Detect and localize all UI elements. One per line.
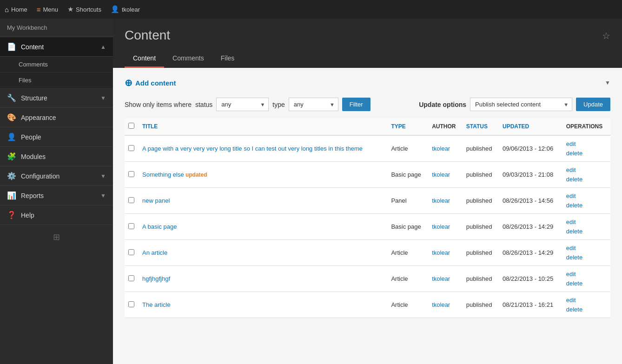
sidebar-item-appearance[interactable]: 🎨 Appearance [0,108,113,127]
row-delete-link[interactable]: delete [566,306,607,313]
row-author-link[interactable]: tkolear [432,171,450,178]
select-all-checkbox[interactable] [128,123,134,129]
row-delete-link[interactable]: delete [566,280,607,287]
row-delete-link[interactable]: delete [566,228,607,235]
row-edit-link[interactable]: edit [566,140,607,147]
add-content-button[interactable]: ⊕ Add content [125,77,176,88]
status-select-wrapper: any published unpublished ▼ [216,98,269,111]
sidebar-item-help[interactable]: ❓ Help [0,205,113,225]
row-title-cell: new panel [139,188,387,214]
sidebar-sub-comments[interactable]: Comments [0,57,113,73]
sidebar-help-label: Help [21,212,34,219]
type-select[interactable]: any Article Basic page Panel [289,98,338,111]
people-icon: 👤 [7,132,16,141]
row-edit-link[interactable]: edit [566,297,607,304]
sidebar-item-configuration[interactable]: ⚙️ Configuration ▼ [0,166,113,186]
home-icon: ⌂ [5,6,9,13]
row-author-link[interactable]: tkolear [432,145,450,152]
row-edit-link[interactable]: edit [566,192,607,199]
row-author-link[interactable]: tkolear [432,249,450,256]
header-left: Content Content Comments Files [125,28,243,68]
row-checkbox[interactable] [128,301,134,307]
row-title-link[interactable]: A page with a very very very long title … [142,145,363,152]
row-title-link[interactable]: new panel [142,197,170,204]
tab-content[interactable]: Content [125,50,164,68]
row-checkbox-cell [125,162,139,188]
table-head: TITLE TYPE AUTHOR STATUS UPDATED OPERATI… [125,118,610,135]
row-delete-link[interactable]: delete [566,202,607,209]
row-operations-cell: editdelete [562,240,610,266]
filter-status-label: status [195,101,212,108]
row-checkbox-cell [125,266,139,292]
shortcuts-label: Shortcuts [76,6,101,13]
menu-nav-item[interactable]: ≡ Menu [37,6,58,13]
tools-icon[interactable]: ⊞ [53,232,60,242]
row-title-link[interactable]: A basic page [142,223,177,230]
row-edit-link[interactable]: edit [566,245,607,251]
sidebar-modules-label: Modules [21,153,46,160]
modules-icon: 🧩 [7,152,16,161]
update-select[interactable]: Publish selected content Unpublish selec… [470,98,572,111]
sidebar-item-people[interactable]: 👤 People [0,127,113,147]
row-operations-cell: editdelete [562,162,610,188]
sidebar-item-reports[interactable]: 📊 Reports ▼ [0,186,113,205]
add-content-dropdown-arrow[interactable]: ▼ [605,79,610,86]
sidebar-workbench[interactable]: My Workbench [0,19,113,37]
add-content-bar: ⊕ Add content ▼ [125,77,610,88]
row-delete-link[interactable]: delete [566,176,607,183]
main-layout: My Workbench 📄 Content ▲ Comments Files … [0,19,622,364]
user-nav-item[interactable]: 👤 tkolear [111,5,140,13]
row-type-cell: Article [387,135,428,162]
row-operations-cell: editdelete [562,266,610,292]
table-row: new panelPaneltkolearpublished08/26/2013… [125,188,610,214]
row-updated-cell: 09/03/2013 - 21:08 [499,162,562,188]
structure-chevron-icon: ▼ [100,95,106,101]
row-checkbox[interactable] [128,249,134,255]
filter-show-label: Show only items where [125,101,192,108]
row-title-link[interactable]: The article [142,301,171,308]
update-select-wrapper: Publish selected content Unpublish selec… [470,98,572,111]
row-title-link[interactable]: hgfjhgfjhgf [142,275,170,282]
row-delete-link[interactable]: delete [566,150,607,157]
sidebar-item-modules[interactable]: 🧩 Modules [0,147,113,166]
row-title-link[interactable]: Something else [142,171,184,178]
row-author-link[interactable]: tkolear [432,275,450,282]
row-edit-link[interactable]: edit [566,218,607,225]
row-checkbox[interactable] [128,275,134,281]
table-row: An articleArticletkolearpublished08/26/2… [125,240,610,266]
th-status: STATUS [463,118,499,135]
home-label: Home [11,6,27,13]
content-table: TITLE TYPE AUTHOR STATUS UPDATED OPERATI… [125,118,610,318]
row-edit-link[interactable]: edit [566,166,607,173]
row-edit-link[interactable]: edit [566,271,607,278]
table-row: A page with a very very very long title … [125,135,610,162]
row-author-link[interactable]: tkolear [432,197,450,204]
tab-files[interactable]: Files [212,50,243,68]
row-checkbox[interactable] [128,145,134,151]
sidebar-item-content[interactable]: 📄 Content ▲ [0,37,113,57]
row-checkbox[interactable] [128,223,134,229]
status-select[interactable]: any published unpublished [216,98,269,111]
th-author: AUTHOR [428,118,463,135]
table-row: A basic pageBasic pagetkolearpublished08… [125,214,610,240]
row-title-link[interactable]: An article [142,249,167,256]
update-button[interactable]: Update [576,98,610,111]
th-type: TYPE [387,118,428,135]
top-navigation: ⌂ Home ≡ Menu ★ Shortcuts 👤 tkolear [0,0,622,19]
home-nav-item[interactable]: ⌂ Home [5,6,27,13]
row-author-cell: tkolear [428,266,463,292]
row-status-cell: published [463,162,499,188]
sidebar-sub-files[interactable]: Files [0,73,113,88]
filter-button[interactable]: Filter [342,98,371,111]
shortcuts-nav-item[interactable]: ★ Shortcuts [67,5,101,13]
bookmark-icon[interactable]: ☆ [602,30,610,41]
sidebar-item-structure[interactable]: 🔧 Structure ▼ [0,88,113,108]
row-delete-link[interactable]: delete [566,254,607,261]
row-author-link[interactable]: tkolear [432,223,450,230]
row-checkbox[interactable] [128,197,134,203]
row-status-cell: published [463,214,499,240]
row-checkbox[interactable] [128,171,134,177]
row-status-cell: published [463,266,499,292]
row-author-link[interactable]: tkolear [432,301,450,308]
tab-comments[interactable]: Comments [164,50,212,68]
